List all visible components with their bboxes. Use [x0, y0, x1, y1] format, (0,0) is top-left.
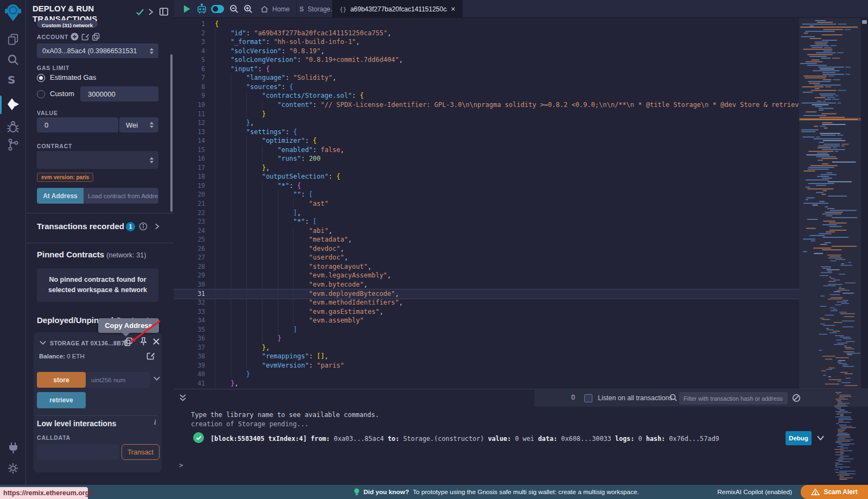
search-icon[interactable] — [7, 54, 19, 66]
line-number[interactable]: 15 — [174, 146, 205, 155]
listen-label[interactable]: Listen on all transactions — [598, 394, 673, 402]
line-number[interactable]: 22 — [174, 209, 205, 218]
listen-checkbox[interactable] — [584, 394, 592, 402]
minimap[interactable] — [799, 18, 861, 389]
line-number[interactable]: 12 — [174, 118, 205, 128]
expand-transactions-icon[interactable] — [154, 223, 160, 230]
line-number[interactable]: 36 — [174, 334, 205, 343]
code-line[interactable]: 28"storageLayout", — [174, 262, 799, 271]
code-line[interactable]: 18"outputSelection": { — [174, 172, 799, 181]
line-number[interactable]: 4 — [174, 47, 205, 56]
code-line[interactable]: 20"": [ — [174, 190, 799, 199]
line-number[interactable]: 1 — [174, 20, 205, 29]
file-explorer-icon[interactable] — [7, 33, 19, 46]
copy-account-icon[interactable] — [92, 33, 100, 41]
store-button[interactable]: store — [37, 372, 86, 388]
code-line[interactable]: 40} — [174, 370, 799, 379]
code-line[interactable]: 9"contracts/Storage.sol": { — [174, 91, 799, 100]
line-number[interactable]: 20 — [174, 190, 205, 199]
value-unit-select[interactable]: Wei — [119, 117, 158, 132]
solidity-compiler-icon[interactable]: S — [8, 73, 15, 86]
calldata-input[interactable] — [37, 444, 119, 460]
code-line[interactable]: 7"language": "Solidity", — [174, 73, 799, 83]
estimated-gas-radio[interactable] — [37, 74, 45, 82]
line-number[interactable]: 39 — [174, 361, 205, 370]
scrollbar-thumb[interactable] — [862, 20, 867, 24]
line-number[interactable]: 32 — [174, 298, 205, 307]
ai-assistant-icon[interactable] — [196, 3, 207, 15]
tx-log-entry[interactable]: [block:5583405 txIndex:4] from: 0xa03...… — [210, 435, 719, 443]
edit-account-icon[interactable] — [81, 33, 90, 41]
contract-instance-title[interactable]: STORAGE AT 0X136...8B78 — [50, 340, 128, 346]
code-line[interactable]: 27"userdoc", — [174, 253, 799, 262]
line-number[interactable]: 16 — [174, 154, 205, 163]
line-number[interactable]: 9 — [174, 91, 205, 100]
filter-input[interactable]: Filter with transaction hash or address — [679, 392, 788, 405]
line-number[interactable]: 6 — [174, 65, 205, 74]
code-line[interactable]: 37}, — [174, 343, 799, 352]
line-number[interactable]: 13 — [174, 128, 205, 137]
code-line[interactable]: 29"evm.legacyAssembly", — [174, 271, 799, 280]
line-number[interactable]: 37 — [174, 343, 205, 352]
expand-store-icon[interactable] — [153, 375, 161, 382]
line-number[interactable]: 26 — [174, 244, 205, 254]
custom-gas-input[interactable]: 3000000 — [80, 86, 158, 102]
code-line[interactable]: 11} — [174, 110, 799, 119]
line-number[interactable]: 28 — [174, 262, 205, 271]
code-area[interactable]: 1{2"id": "a69b43f277ba20fcac141151250ca7… — [174, 18, 799, 389]
info-icon[interactable] — [139, 222, 148, 231]
expand-log-icon[interactable] — [816, 434, 825, 441]
terminal-prompt[interactable]: > — [179, 461, 183, 469]
line-number[interactable]: 38 — [174, 352, 205, 361]
debugger-icon[interactable] — [7, 120, 19, 134]
code-line[interactable]: 38"remappings": [], — [174, 352, 799, 361]
run-script-icon[interactable] — [183, 4, 191, 14]
close-contract-icon[interactable] — [152, 338, 160, 345]
at-address-input[interactable]: Load contract from Address — [84, 188, 158, 204]
code-line[interactable]: 8"sources": { — [174, 83, 799, 92]
code-line[interactable]: 6"input": { — [174, 65, 799, 74]
editor-scrollbar[interactable] — [861, 18, 868, 389]
contract-select[interactable] — [37, 151, 158, 169]
plugin-manager-icon[interactable] — [7, 441, 19, 455]
line-number[interactable]: 7 — [174, 73, 205, 83]
code-line[interactable]: 35] — [174, 325, 799, 334]
retrieve-button[interactable]: retrieve — [37, 392, 86, 408]
line-number[interactable]: 11 — [174, 110, 205, 119]
zoom-out-icon[interactable] — [229, 4, 239, 14]
code-line[interactable]: 19"*": { — [174, 181, 799, 191]
code-line[interactable]: 4"solcVersion": "0.8.19", — [174, 47, 799, 56]
code-line[interactable]: 30"evm.bytecode", — [174, 280, 799, 289]
line-number[interactable]: 21 — [174, 199, 205, 209]
add-account-icon[interactable] — [71, 33, 79, 41]
code-line[interactable]: 25"metadata", — [174, 235, 799, 244]
code-line[interactable]: 1{ — [174, 20, 799, 29]
collapse-contract-icon[interactable] — [39, 339, 47, 346]
custom-gas-radio[interactable] — [37, 90, 45, 98]
deploy-run-icon[interactable] — [6, 97, 20, 111]
tab-home[interactable]: Home — [254, 0, 297, 18]
pin-contract-icon[interactable] — [139, 337, 148, 346]
line-number[interactable]: 31 — [174, 289, 205, 299]
code-line[interactable]: 17}, — [174, 163, 799, 173]
line-number[interactable]: 27 — [174, 253, 205, 262]
account-select[interactable]: 0xA03...85ac4 (0.39866531531 — [37, 43, 158, 58]
line-number[interactable]: 19 — [174, 181, 205, 191]
debug-button[interactable]: Debug — [786, 431, 812, 445]
code-line[interactable]: 15"enabled": false, — [174, 146, 799, 155]
pin-panel-icon[interactable] — [159, 7, 169, 16]
code-line[interactable]: 2"id": "a69b43f277ba20fcac141151250ca755… — [174, 29, 799, 38]
transact-button[interactable]: Transact — [122, 444, 159, 460]
code-line[interactable]: 34"evm.assembly" — [174, 316, 799, 325]
panel-scrollbar[interactable] — [170, 54, 173, 212]
line-number[interactable]: 18 — [174, 172, 205, 181]
line-number[interactable]: 14 — [174, 136, 205, 146]
copilot-status[interactable]: RemixAI Copilot (enabled) — [717, 485, 792, 499]
code-line[interactable]: 26"devdoc", — [174, 244, 799, 254]
code-line[interactable]: 14"optimizer": { — [174, 136, 799, 146]
chevron-right-icon[interactable] — [148, 8, 154, 16]
line-number[interactable]: 34 — [174, 316, 205, 325]
line-number[interactable]: 8 — [174, 83, 205, 92]
remix-logo[interactable] — [5, 3, 21, 23]
tab-build-info-json[interactable]: {} a69b43f277ba20fcac141151250ca755.json — [333, 0, 463, 18]
